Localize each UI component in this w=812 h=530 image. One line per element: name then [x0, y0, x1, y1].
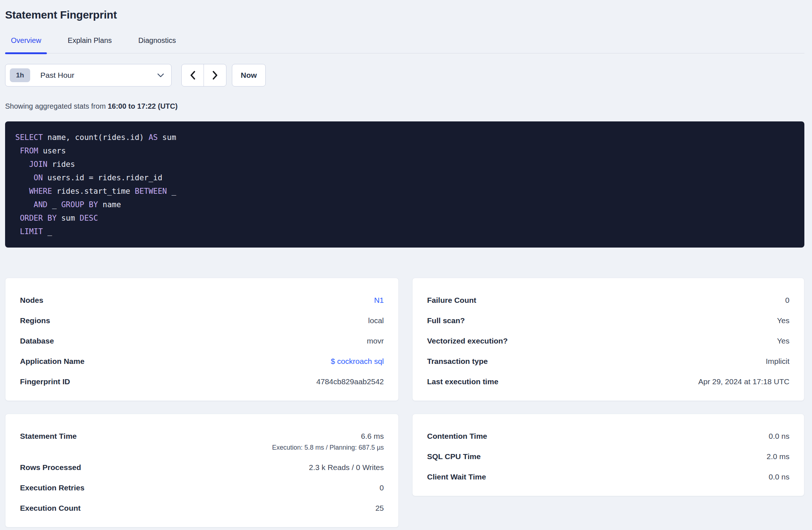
- now-button[interactable]: Now: [232, 64, 266, 87]
- aggregation-summary-prefix: Showing aggregated stats from: [5, 102, 108, 110]
- execution-retries-label: Execution Retries: [20, 483, 84, 492]
- tab-explain-plans[interactable]: Explain Plans: [62, 36, 117, 53]
- time-range-dropdown[interactable]: 1h Past Hour: [5, 64, 172, 87]
- fingerprint-id-value: 4784cb829aab2542: [316, 377, 384, 386]
- card-statement-details: Nodes N1 Regions local Database movr App…: [5, 278, 399, 401]
- statement-time-value: 6.6 ms: [361, 431, 384, 441]
- sql-line: FROM users: [15, 144, 793, 158]
- full-scan-label: Full scan?: [427, 316, 465, 325]
- sql-cpu-time-label: SQL CPU Time: [427, 452, 481, 461]
- database-label: Database: [20, 336, 54, 345]
- kv-row-failure-count: Failure Count 0: [427, 296, 789, 305]
- previous-interval-button[interactable]: [182, 64, 204, 86]
- application-name-link[interactable]: $ cockroach sql: [331, 357, 384, 366]
- client-wait-time-value: 0.0 ns: [769, 472, 789, 481]
- fingerprint-id-label: Fingerprint ID: [20, 377, 70, 386]
- chevron-left-icon: [190, 71, 195, 80]
- failure-count-label: Failure Count: [427, 296, 476, 305]
- chevron-right-icon: [213, 71, 218, 80]
- nodes-label: Nodes: [20, 296, 43, 305]
- aggregation-summary-range: 16:00 to 17:22 (UTC): [108, 102, 177, 110]
- kv-row-vectorized-execution: Vectorized execution? Yes: [427, 336, 789, 345]
- statement-fingerprint-page: Statement Fingerprint Overview Explain P…: [0, 9, 812, 527]
- sql-cpu-time-value: 2.0 ms: [767, 452, 789, 461]
- kv-row-contention-time: Contention Time 0.0 ns: [427, 431, 789, 441]
- page-title: Statement Fingerprint: [5, 9, 804, 21]
- time-range-label: Past Hour: [40, 71, 157, 80]
- failure-count-value: 0: [785, 296, 789, 305]
- transaction-type-value: Implicit: [766, 357, 789, 366]
- sql-line: LIMIT _: [15, 225, 793, 238]
- database-value: movr: [367, 336, 384, 345]
- kv-row-database: Database movr: [20, 336, 384, 345]
- rows-processed-label: Rows Processed: [20, 463, 81, 472]
- statement-time-breakdown: Execution: 5.8 ms / Planning: 687.5 µs: [272, 444, 384, 451]
- tab-bar: Overview Explain Plans Diagnostics: [5, 36, 804, 53]
- sql-line: AND _ GROUP BY name: [15, 198, 793, 212]
- sql-line: ON users.id = rides.rider_id: [15, 171, 793, 185]
- card-statement-stats: Statement Time 6.6 ms Execution: 5.8 ms …: [5, 414, 399, 527]
- time-interval-badge: 1h: [10, 68, 30, 82]
- summary-cards: Nodes N1 Regions local Database movr App…: [5, 278, 804, 527]
- statement-time-label: Statement Time: [20, 431, 77, 441]
- transaction-type-label: Transaction type: [427, 357, 488, 366]
- regions-label: Regions: [20, 316, 50, 325]
- kv-row-execution-count: Execution Count 25: [20, 503, 384, 513]
- next-interval-button[interactable]: [204, 64, 226, 86]
- rows-processed-value: 2.3 k Reads / 0 Writes: [309, 463, 384, 472]
- card-time-stats: Contention Time 0.0 ns SQL CPU Time 2.0 …: [412, 414, 804, 496]
- vectorized-execution-label: Vectorized execution?: [427, 336, 508, 345]
- chevron-down-icon: [157, 73, 164, 77]
- execution-count-label: Execution Count: [20, 503, 81, 513]
- contention-time-value: 0.0 ns: [769, 431, 789, 441]
- sql-line: ORDER BY sum DESC: [15, 212, 793, 225]
- last-execution-time-label: Last execution time: [427, 377, 498, 386]
- kv-row-last-execution-time: Last execution time Apr 29, 2024 at 17:1…: [427, 377, 789, 386]
- tab-diagnostics[interactable]: Diagnostics: [133, 36, 182, 53]
- application-name-label: Application Name: [20, 357, 84, 366]
- last-execution-time-value: Apr 29, 2024 at 17:18 UTC: [698, 377, 789, 386]
- execution-count-value: 25: [375, 503, 384, 513]
- sql-line: SELECT name, count(rides.id) AS sum: [15, 131, 793, 144]
- vectorized-execution-value: Yes: [777, 336, 789, 345]
- full-scan-value: Yes: [777, 316, 789, 325]
- execution-retries-value: 0: [379, 483, 384, 492]
- statement-time-values: 6.6 ms Execution: 5.8 ms / Planning: 687…: [272, 431, 384, 451]
- kv-row-sql-cpu-time: SQL CPU Time 2.0 ms: [427, 452, 789, 461]
- client-wait-time-label: Client Wait Time: [427, 472, 486, 481]
- kv-row-application-name: Application Name $ cockroach sql: [20, 357, 384, 366]
- time-controls: 1h Past Hour Now: [5, 64, 804, 87]
- kv-row-statement-time: Statement Time 6.6 ms Execution: 5.8 ms …: [20, 431, 384, 451]
- kv-row-client-wait-time: Client Wait Time 0.0 ns: [427, 472, 789, 481]
- kv-row-regions: Regions local: [20, 316, 384, 325]
- kv-row-transaction-type: Transaction type Implicit: [427, 357, 789, 366]
- kv-row-fingerprint-id: Fingerprint ID 4784cb829aab2542: [20, 377, 384, 386]
- nodes-link[interactable]: N1: [374, 296, 384, 305]
- aggregation-summary: Showing aggregated stats from 16:00 to 1…: [5, 102, 804, 111]
- kv-row-execution-retries: Execution Retries 0: [20, 483, 384, 492]
- kv-row-rows-processed: Rows Processed 2.3 k Reads / 0 Writes: [20, 463, 384, 472]
- card-execution-attributes: Failure Count 0 Full scan? Yes Vectorize…: [412, 278, 804, 401]
- kv-row-full-scan: Full scan? Yes: [427, 316, 789, 325]
- sql-line: JOIN rides: [15, 158, 793, 171]
- tab-overview[interactable]: Overview: [5, 36, 47, 53]
- regions-value: local: [368, 316, 384, 325]
- contention-time-label: Contention Time: [427, 431, 487, 441]
- sql-line: WHERE rides.start_time BETWEEN _: [15, 185, 793, 198]
- kv-row-nodes: Nodes N1: [20, 296, 384, 305]
- interval-stepper: [181, 64, 226, 87]
- sql-statement-box: SELECT name, count(rides.id) AS sum FROM…: [5, 121, 804, 248]
